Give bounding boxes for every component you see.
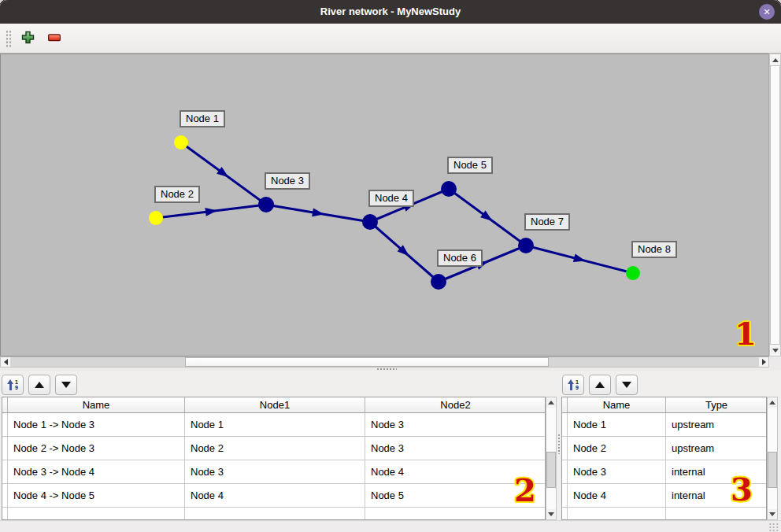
toolbar-drag-handle[interactable] [6, 29, 12, 48]
move-up-button[interactable] [28, 375, 50, 395]
scroll-thumb[interactable] [546, 452, 556, 488]
row-header [562, 437, 568, 460]
window-title: River network - MyNewStudy [0, 0, 781, 24]
row-header [2, 413, 8, 436]
table-row[interactable] [2, 508, 545, 520]
node-node-3[interactable] [258, 197, 274, 212]
row-header [2, 484, 8, 507]
move-down-button[interactable] [616, 375, 638, 395]
cell[interactable] [365, 508, 546, 520]
cell[interactable]: Node 3 [185, 460, 365, 483]
cell[interactable]: upstream [666, 413, 767, 436]
table-row[interactable]: Node 4 -> Node 5Node 4Node 5 [2, 484, 545, 508]
node-node-7[interactable] [518, 238, 534, 253]
scroll-down-button[interactable] [546, 509, 556, 519]
cell[interactable] [8, 508, 185, 520]
reaches-table-scrollbar[interactable] [546, 397, 557, 520]
remove-button[interactable] [44, 28, 65, 49]
cell[interactable]: Node 1 [185, 413, 365, 436]
scroll-up-button[interactable] [546, 397, 556, 408]
node-node-5[interactable] [441, 181, 457, 197]
nodes-table-scrollbar[interactable] [767, 397, 778, 520]
node-label: Node 8 [631, 241, 677, 258]
cell[interactable]: Node 3 [365, 413, 546, 436]
canvas-horizontal-scrollbar[interactable] [0, 357, 769, 368]
up-triangle-icon [35, 382, 44, 388]
horizontal-splitter[interactable] [0, 368, 781, 371]
vertical-splitter[interactable] [557, 371, 561, 520]
sort-button[interactable]: 19 [562, 375, 584, 395]
cell[interactable]: Node 2 [568, 437, 666, 460]
node-node-8[interactable] [626, 266, 640, 280]
scroll-up-button[interactable] [768, 397, 777, 408]
reaches-table: NameNode1Node2 Node 1 -> Node 3Node 1Nod… [2, 397, 546, 520]
table-row[interactable]: Node 2 -> Node 3Node 2Node 3 [2, 437, 545, 460]
flow-direction-arrow [573, 253, 586, 262]
cell[interactable] [666, 508, 767, 520]
annotation-1: 1 [735, 318, 757, 349]
add-button[interactable] [17, 28, 38, 49]
cell[interactable]: Node 3 [568, 460, 666, 483]
column-header-type[interactable]: Type [666, 397, 767, 412]
down-triangle-icon [622, 382, 631, 388]
resize-grip-icon[interactable] [768, 523, 779, 531]
down-arrow-icon [769, 512, 775, 516]
left-arrow-icon [4, 359, 8, 365]
table-row[interactable]: Node 2upstream [562, 437, 766, 460]
cell[interactable]: Node 4 [568, 484, 666, 507]
scroll-track[interactable] [768, 408, 777, 509]
network-canvas[interactable]: Node 1Node 2Node 3Node 4Node 5Node 6Node… [0, 54, 769, 357]
canvas-vertical-scrollbar[interactable] [769, 54, 781, 357]
scroll-down-button[interactable] [768, 509, 777, 519]
column-header-node2[interactable]: Node2 [365, 397, 546, 412]
column-header-name[interactable]: Name [8, 397, 185, 412]
close-button[interactable]: ✕ [759, 4, 775, 20]
table-row[interactable]: Node 1upstream [562, 413, 766, 437]
cell[interactable]: Node 3 [365, 437, 546, 460]
cell[interactable] [568, 508, 666, 520]
cell[interactable]: Node 2 [185, 437, 365, 460]
row-header [562, 413, 568, 436]
node-node-4[interactable] [362, 214, 378, 230]
up-arrow-icon [769, 401, 775, 405]
cell[interactable]: Node 1 -> Node 3 [8, 413, 185, 436]
cell[interactable]: upstream [666, 437, 767, 460]
right-arrow-icon [762, 359, 766, 365]
cell[interactable]: Node 1 [568, 413, 666, 436]
column-header-name[interactable]: Name [568, 397, 666, 412]
column-header-node1[interactable]: Node1 [185, 397, 365, 412]
scroll-down-button[interactable] [770, 345, 780, 356]
row-header [562, 460, 568, 483]
reaches-table-header: NameNode1Node2 [2, 397, 545, 413]
row-header [562, 484, 568, 507]
move-down-button[interactable] [55, 375, 77, 395]
node-label: Node 2 [154, 186, 200, 203]
scroll-left-button[interactable] [1, 357, 10, 367]
scroll-right-button[interactable] [759, 357, 768, 367]
cell[interactable]: Node 2 -> Node 3 [8, 437, 185, 460]
down-arrow-icon [772, 349, 779, 353]
sort-button[interactable]: 19 [2, 375, 24, 395]
node-node-1[interactable] [174, 135, 188, 150]
table-row[interactable]: Node 3 -> Node 4Node 3Node 4 [2, 460, 545, 484]
table-row[interactable] [562, 508, 766, 520]
row-header [2, 437, 8, 460]
cell[interactable] [185, 508, 365, 520]
node-label: Node 1 [180, 110, 225, 127]
cell[interactable]: Node 3 -> Node 4 [8, 460, 185, 483]
horizontal-scroll-thumb[interactable] [185, 357, 549, 367]
scroll-track[interactable] [546, 408, 556, 509]
node-node-2[interactable] [149, 211, 163, 225]
move-up-button[interactable] [589, 375, 611, 395]
cell[interactable]: Node 4 -> Node 5 [8, 484, 185, 507]
scroll-thumb[interactable] [768, 452, 777, 488]
node-node-6[interactable] [431, 274, 446, 290]
splitter-grip-icon [558, 434, 560, 454]
scroll-up-button[interactable] [770, 54, 780, 65]
plus-icon [21, 31, 35, 46]
table-row[interactable]: Node 1 -> Node 3Node 1Node 3 [2, 413, 545, 437]
cell[interactable]: Node 4 [185, 484, 365, 507]
vertical-scroll-thumb[interactable] [770, 65, 780, 345]
row-header-corner [562, 397, 568, 412]
minus-icon [48, 32, 61, 44]
